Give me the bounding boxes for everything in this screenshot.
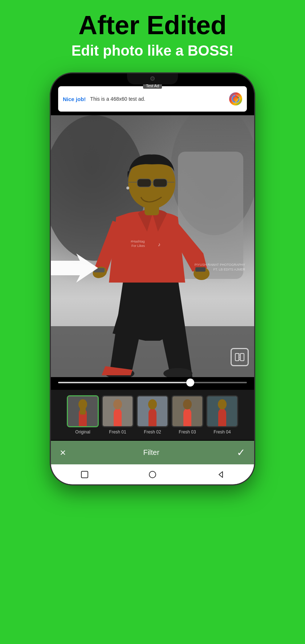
phone-outer: Test Ad Nice job! This is a 468x60 test … xyxy=(51,73,254,484)
ad-text: This is a 468x60 test ad. xyxy=(90,96,229,102)
filter-item-fresh04[interactable]: Fresh 04 xyxy=(206,395,238,435)
slider-track xyxy=(58,382,247,383)
svg-point-19 xyxy=(126,187,129,189)
svg-marker-24 xyxy=(51,253,98,283)
filter-thumb-fresh04[interactable] xyxy=(206,395,238,427)
slider-fill xyxy=(58,382,190,383)
nav-back-button[interactable] xyxy=(215,469,226,480)
filter-thumb-fresh03[interactable] xyxy=(171,395,203,427)
filter-thumb-inner-original xyxy=(68,396,98,426)
svg-text:♪: ♪ xyxy=(158,241,160,247)
svg-point-1 xyxy=(237,97,239,98)
person-svg: ♪ #Hashtag For Likes xyxy=(51,115,254,377)
circle-icon xyxy=(148,470,157,479)
svg-rect-14 xyxy=(137,179,151,187)
filter-section: Original Fresh 0 xyxy=(51,390,254,440)
phone-camera xyxy=(150,76,155,81)
arrow-overlay xyxy=(51,253,98,283)
ad-banner[interactable]: Test Ad Nice job! This is a 468x60 test … xyxy=(58,86,247,112)
filter-label-fresh02: Fresh 02 xyxy=(144,429,161,435)
filter-thumb-original[interactable] xyxy=(67,395,99,427)
svg-text:#Hashtag: #Hashtag xyxy=(131,240,145,243)
svg-point-36 xyxy=(148,399,157,409)
svg-point-39 xyxy=(183,399,192,409)
square-icon xyxy=(80,470,89,479)
filter-item-fresh01[interactable]: Fresh 01 xyxy=(102,395,134,435)
svg-point-42 xyxy=(218,399,227,409)
back-icon xyxy=(216,470,225,479)
cancel-button[interactable]: × xyxy=(60,447,66,459)
slider-bar-container[interactable] xyxy=(58,379,247,386)
nav-home-button[interactable] xyxy=(147,469,158,480)
watermark-line1: PIYUSH RAWAT PHOTOGRAPHY xyxy=(195,263,245,267)
filter-thumb-inner-fresh03 xyxy=(172,396,202,426)
comparison-slider-icon[interactable] xyxy=(231,348,249,366)
filter-item-fresh02[interactable]: Fresh 02 xyxy=(137,395,168,435)
svg-rect-26 xyxy=(240,353,244,361)
filter-thumb-inner-fresh02 xyxy=(138,396,167,426)
filter-thumb-inner-fresh01 xyxy=(103,396,133,426)
phone-container: Test Ad Nice job! This is a 468x60 test … xyxy=(47,73,258,484)
phone-notch xyxy=(127,73,178,84)
svg-rect-30 xyxy=(80,407,86,415)
filter-item-fresh03[interactable]: Fresh 03 xyxy=(171,395,203,435)
phone-screen: Test Ad Nice job! This is a 468x60 test … xyxy=(51,73,254,484)
main-title: After Edited xyxy=(7,11,298,40)
filter-thumb-fresh02[interactable] xyxy=(137,395,168,427)
svg-rect-15 xyxy=(153,179,167,187)
svg-text:For Likes: For Likes xyxy=(131,244,145,248)
nav-bar xyxy=(51,464,254,484)
watermark: PIYUSH RAWAT PHOTOGRAPHY FT. LB EDITS AJ… xyxy=(195,263,245,272)
svg-rect-43 xyxy=(81,471,88,478)
ad-icon[interactable] xyxy=(229,92,242,105)
filter-label-original: Original xyxy=(75,429,90,435)
filter-label-fresh04: Fresh 04 xyxy=(214,429,231,435)
svg-rect-25 xyxy=(235,353,239,361)
header-section: After Edited Edit photo like a BOSS! xyxy=(0,0,305,66)
photo-area: ♪ #Hashtag For Likes xyxy=(51,115,254,377)
compare-icon xyxy=(235,352,245,362)
filter-thumb-inner-fresh04 xyxy=(207,396,237,426)
filter-bar-title: Filter xyxy=(66,448,237,457)
nav-square-button[interactable] xyxy=(79,469,90,480)
bottom-bar: × Filter ✓ xyxy=(51,441,254,464)
svg-point-44 xyxy=(149,471,156,478)
slider-thumb[interactable] xyxy=(186,379,194,387)
svg-point-33 xyxy=(113,399,122,409)
svg-marker-45 xyxy=(219,472,223,477)
filter-label-fresh03: Fresh 03 xyxy=(179,429,196,435)
filter-thumb-fresh01[interactable] xyxy=(102,395,134,427)
ad-nice-job: Nice job! xyxy=(63,96,86,102)
confirm-button[interactable]: ✓ xyxy=(237,447,245,459)
filter-item-original[interactable]: Original xyxy=(67,395,99,435)
filter-label-fresh01: Fresh 01 xyxy=(109,429,126,435)
sub-title: Edit photo like a BOSS! xyxy=(7,43,298,59)
watermark-line2: FT. LB EDITS AJMER xyxy=(195,267,245,272)
